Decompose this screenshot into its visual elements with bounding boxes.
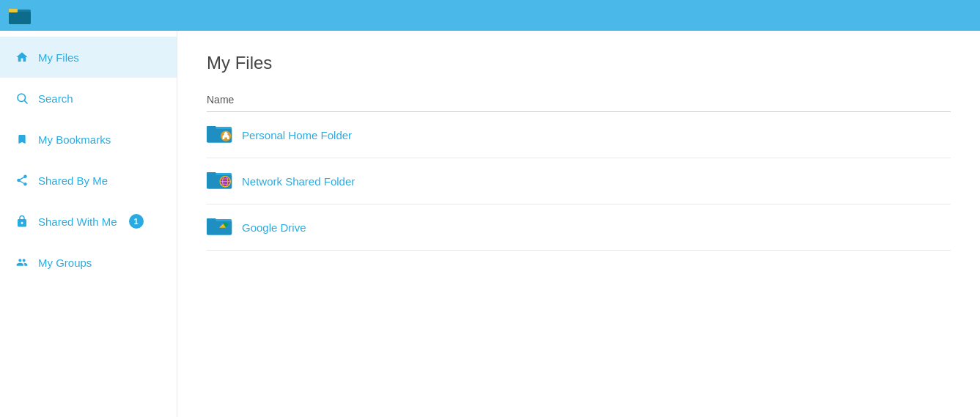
page-title: My Files <box>207 53 951 73</box>
svg-rect-1 <box>9 12 31 24</box>
my-groups-icon <box>15 255 29 270</box>
personal-home-folder-icon <box>207 122 233 147</box>
sidebar-item-shared-by-me[interactable]: Shared By Me <box>0 160 177 201</box>
sidebar-item-my-bookmarks-label: My Bookmarks <box>38 133 111 146</box>
app-logo <box>9 6 32 25</box>
svg-rect-7 <box>207 126 216 130</box>
sidebar-item-my-bookmarks[interactable]: My Bookmarks <box>0 119 177 160</box>
svg-point-3 <box>18 94 26 102</box>
file-cell-network-shared: Network Shared Folder <box>207 158 951 204</box>
file-cell-personal-home: Personal Home Folder <box>207 112 951 158</box>
sidebar-item-shared-with-me-label: Shared With Me <box>38 215 117 228</box>
table-header-name: Name <box>207 88 951 112</box>
file-cell-google-drive: Google Drive <box>207 204 951 251</box>
home-icon <box>15 50 29 64</box>
sidebar-item-my-groups[interactable]: My Groups <box>0 242 177 283</box>
shared-by-me-icon <box>15 173 29 188</box>
table-row[interactable]: Personal Home Folder <box>207 112 951 158</box>
table-row[interactable]: Network Shared Folder <box>207 158 951 204</box>
sidebar-item-my-groups-label: My Groups <box>38 257 92 269</box>
top-bar <box>0 0 980 31</box>
google-drive-folder-icon <box>207 215 233 240</box>
shared-with-me-icon <box>15 214 29 229</box>
search-icon <box>15 91 29 106</box>
svg-rect-22 <box>207 218 216 222</box>
svg-rect-21 <box>207 221 232 235</box>
file-name-network-shared[interactable]: Network Shared Folder <box>242 175 355 188</box>
file-name-google-drive[interactable]: Google Drive <box>242 221 306 234</box>
file-name-personal-home[interactable]: Personal Home Folder <box>242 129 352 141</box>
sidebar-item-my-files[interactable]: My Files <box>0 37 177 78</box>
main-layout: My Files Search My Bookmarks <box>0 31 980 417</box>
table-row[interactable]: Google Drive <box>207 204 951 251</box>
content-area: My Files Name <box>177 31 980 417</box>
sidebar-item-shared-with-me[interactable]: Shared With Me 1 <box>0 201 177 242</box>
bookmark-icon <box>15 132 29 147</box>
sidebar-item-my-files-label: My Files <box>38 51 79 64</box>
svg-rect-2 <box>9 9 18 12</box>
svg-line-4 <box>24 100 27 103</box>
shared-with-me-badge: 1 <box>129 214 144 229</box>
network-shared-folder-icon <box>207 169 233 193</box>
file-table: Name <box>207 88 951 251</box>
sidebar: My Files Search My Bookmarks <box>0 31 177 417</box>
sidebar-item-shared-by-me-label: Shared By Me <box>38 174 108 187</box>
sidebar-item-search-label: Search <box>38 92 73 105</box>
sidebar-item-search[interactable]: Search <box>0 78 177 119</box>
svg-rect-13 <box>207 172 216 176</box>
